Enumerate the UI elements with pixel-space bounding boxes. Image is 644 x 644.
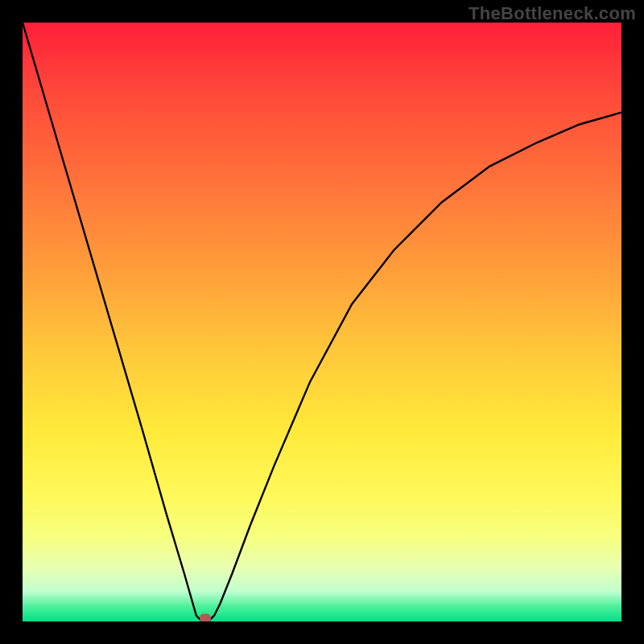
curve-path: [23, 23, 621, 621]
watermark-text: TheBottleneck.com: [469, 3, 636, 24]
chart-container: TheBottleneck.com: [0, 0, 644, 644]
plot-area: [23, 23, 621, 621]
bottleneck-curve: [23, 23, 621, 621]
optimal-point-marker: [200, 614, 211, 622]
